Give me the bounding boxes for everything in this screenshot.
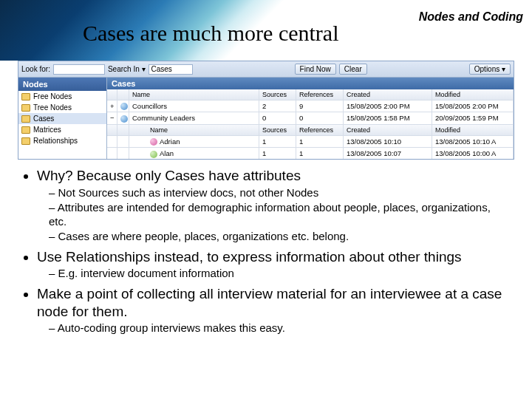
- folder-icon: [21, 104, 30, 112]
- table-row[interactable]: Alan1113/08/2005 10:0713/08/2005 10:00 A: [107, 148, 514, 159]
- nav-item-matrices[interactable]: Matrices: [18, 124, 106, 135]
- grid-header: Name Sources References Created Modified: [107, 89, 514, 100]
- sub-header: NameSourcesReferencesCreatedModified: [107, 125, 514, 136]
- app-screenshot: Look for: Search In ▾ Find Now Clear Opt…: [18, 61, 514, 160]
- nav-item-tree-nodes[interactable]: Tree Nodes: [18, 102, 106, 113]
- main-panel: Cases Name Sources References Created Mo…: [107, 78, 514, 159]
- case-icon: [120, 103, 128, 110]
- toolbar: Look for: Search In ▾ Find Now Clear Opt…: [18, 61, 514, 78]
- bullet-1a: Not Sources such as interview docs, not …: [49, 186, 511, 200]
- bullet-1b: Attributes are intended for demographic …: [49, 201, 511, 228]
- main-header: Cases: [107, 78, 514, 89]
- table-row[interactable]: Adrian1113/08/2005 10:1013/08/2005 10:10…: [107, 136, 514, 148]
- nav-item-cases[interactable]: Cases: [18, 113, 106, 124]
- col-modified[interactable]: Modified: [432, 89, 514, 100]
- nav-header: Nodes: [18, 78, 106, 91]
- col-name[interactable]: Name: [129, 89, 259, 100]
- bullet-content: Why? Because only Cases have attributes …: [0, 160, 532, 335]
- nav-panel: Nodes Free NodesTree NodesCasesMatricesR…: [18, 78, 107, 159]
- searchin-label[interactable]: Search In ▾: [108, 65, 146, 73]
- banner: Nodes and Coding Cases are much more cen…: [0, 0, 532, 61]
- table-row[interactable]: −Community Leaders0015/08/2005 1:58 PM20…: [107, 112, 514, 124]
- lookfor-input[interactable]: [53, 64, 105, 75]
- case-icon: [120, 115, 128, 123]
- slide-title: Cases are much more central: [83, 21, 339, 46]
- bullet-2a: E.g. interview document information: [49, 267, 511, 281]
- bullet-2: Use Relationships instead, to express in…: [37, 248, 511, 266]
- options-button[interactable]: Options ▾: [469, 64, 511, 75]
- lookfor-label: Look for:: [21, 65, 50, 73]
- person-icon: [150, 151, 157, 158]
- bullet-3: Make a point of collecting all interview…: [37, 285, 511, 320]
- find-button[interactable]: Find Now: [295, 64, 336, 75]
- searchin-input[interactable]: [149, 64, 193, 75]
- folder-icon: [21, 93, 30, 100]
- person-icon: [150, 138, 157, 146]
- clear-button[interactable]: Clear: [339, 64, 367, 75]
- slide-tagline: Nodes and Coding: [419, 10, 523, 24]
- nav-item-free-nodes[interactable]: Free Nodes: [18, 91, 106, 102]
- folder-icon: [21, 126, 30, 134]
- col-references[interactable]: References: [296, 89, 344, 100]
- bullet-1: Why? Because only Cases have attributes: [37, 167, 511, 185]
- table-row[interactable]: +Councillors2915/08/2005 2:00 PM15/08/20…: [107, 100, 514, 112]
- folder-icon: [21, 137, 30, 145]
- col-sources[interactable]: Sources: [259, 89, 296, 100]
- col-created[interactable]: Created: [344, 89, 432, 100]
- bullet-1c: Cases are where people, places, organiza…: [49, 230, 511, 244]
- folder-icon: [21, 115, 30, 123]
- grid: Name Sources References Created Modified…: [107, 89, 514, 159]
- bullet-3a: Auto-coding group interviews makes this …: [49, 321, 511, 335]
- nav-item-relationships[interactable]: Relationships: [18, 135, 106, 146]
